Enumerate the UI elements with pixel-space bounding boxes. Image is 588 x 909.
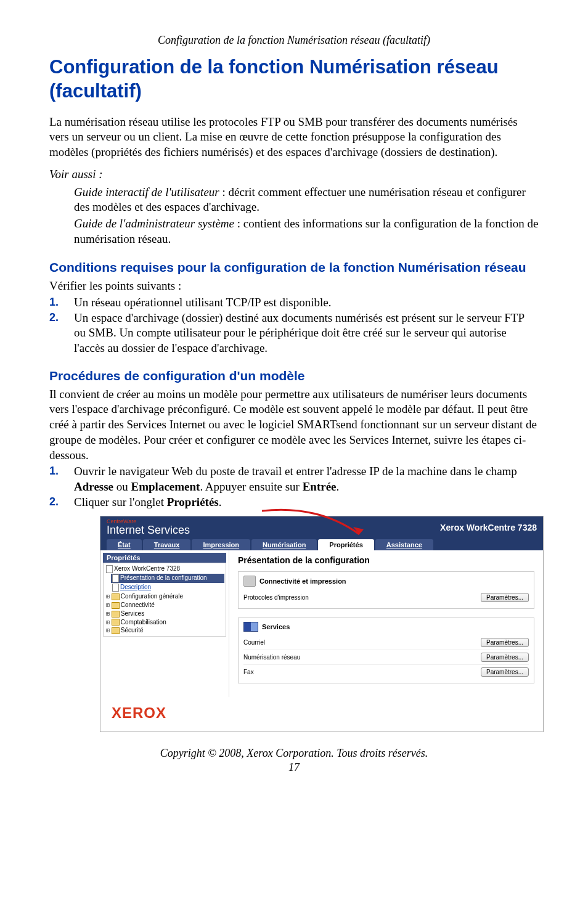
- expand-icon[interactable]: ⊞: [106, 627, 110, 634]
- tab-proprietes[interactable]: Propriétés: [318, 539, 374, 550]
- tree-item-comptabilisation[interactable]: ⊞ Comptabilisation: [105, 618, 224, 627]
- row-label: Protocoles d'impression: [243, 594, 309, 601]
- see-also-1-title: Guide interactif de l'utilisateur: [74, 185, 219, 198]
- tree-item-description[interactable]: Description: [111, 583, 224, 592]
- page-icon: [106, 565, 113, 573]
- box-connectivite: Connectivité et impression Protocoles d'…: [238, 571, 534, 609]
- folder-icon: [112, 602, 120, 609]
- screenshot: Xerox WorkCentre 7328 CentreWare Interne…: [100, 516, 544, 732]
- list-number: 1.: [49, 295, 59, 309]
- section2-title: Procédures de configuration d'un modèle: [49, 369, 539, 383]
- section1-item-1: 1. Un réseau opérationnel utilisant TCP/…: [49, 295, 539, 311]
- expand-icon[interactable]: ⊞: [106, 593, 110, 600]
- row-fax: Fax Paramètres...: [243, 665, 529, 679]
- tab-etat[interactable]: État: [107, 539, 142, 550]
- section1-title: Conditions requises pour la configuratio…: [49, 260, 539, 275]
- running-header: Configuration de la fonction Numérisatio…: [49, 34, 539, 47]
- box2-title: Services: [262, 623, 290, 630]
- row-courriel: Courriel Paramètres...: [243, 635, 529, 650]
- copyright: Copyright © 2008, Xerox Corporation. Tou…: [49, 747, 539, 760]
- section2-item-2: 2. Cliquer sur l'onglet Propriétés.: [49, 495, 539, 510]
- tree-item-services[interactable]: ⊞ Services: [105, 609, 224, 618]
- page-icon: [112, 584, 119, 592]
- section1-item-1-text: Un réseau opérationnel utilisant TCP/IP …: [74, 296, 331, 309]
- expand-icon[interactable]: ⊞: [106, 619, 110, 626]
- tree-root[interactable]: Xerox WorkCentre 7328: [105, 565, 224, 574]
- page-title: Configuration de la fonction Numérisatio…: [49, 55, 539, 104]
- box1-title: Connectivité et impression: [259, 577, 346, 585]
- parametres-button[interactable]: Paramètres...: [481, 638, 529, 647]
- xerox-logo: XEROX: [100, 697, 543, 732]
- folder-icon: [112, 627, 120, 634]
- tree-item-presentation[interactable]: Présentation de la configuration: [111, 574, 224, 583]
- model-label: Xerox WorkCentre 7328: [440, 523, 537, 532]
- expand-icon[interactable]: ⊞: [106, 601, 110, 608]
- section1-list: 1. Un réseau opérationnel utilisant TCP/…: [49, 295, 539, 356]
- printer-icon: [243, 576, 256, 587]
- see-also-block: Guide interactif de l'utilisateur : décr…: [74, 185, 539, 247]
- content-area: Présentation de la configuration Connect…: [229, 550, 543, 697]
- brand-big: Internet Services: [107, 524, 190, 536]
- page-number: 17: [49, 761, 539, 774]
- intro-paragraph: La numérisation réseau utilise les proto…: [49, 115, 539, 160]
- tab-assistance[interactable]: Assistance: [375, 539, 433, 550]
- list-number: 2.: [49, 495, 59, 509]
- list-number: 1.: [49, 464, 59, 478]
- row-numerisation: Numérisation réseau Paramètres...: [243, 650, 529, 665]
- section2-item-1: 1. Ouvrir le navigateur Web du poste de …: [49, 464, 539, 494]
- sidebar-title: Propriétés: [103, 553, 226, 563]
- section1-lead: Vérifier les points suivants :: [49, 279, 539, 294]
- sidebar: Propriétés Xerox WorkCentre 7328 Présent…: [100, 550, 229, 697]
- section2-item-2-text: Cliquer sur l'onglet Propriétés.: [74, 495, 221, 508]
- tab-impression[interactable]: Impression: [192, 539, 250, 550]
- folder-icon: [112, 619, 120, 626]
- list-number: 2.: [49, 311, 59, 325]
- section1-item-2: 2. Un espace d'archivage (dossier) desti…: [49, 311, 539, 356]
- folder-icon: [112, 593, 120, 600]
- section2-item-1-text: Ouvrir le navigateur Web du poste de tra…: [74, 465, 517, 493]
- parametres-button[interactable]: Paramètres...: [481, 667, 529, 677]
- titlebar: Xerox WorkCentre 7328 CentreWare Interne…: [100, 516, 543, 539]
- folder-icon: [112, 611, 120, 618]
- row-label: Courriel: [243, 639, 265, 646]
- tree-item-securite[interactable]: ⊞ Sécurité: [105, 626, 224, 635]
- services-icon: [243, 622, 258, 632]
- section1-item-2-text: Un espace d'archivage (dossier) destiné …: [74, 311, 524, 354]
- section2-body: Il convient de créer au moins un modèle …: [49, 387, 539, 463]
- box-services: Services Courriel Paramètres... Numérisa…: [238, 618, 534, 683]
- content-title: Présentation de la configuration: [238, 555, 534, 565]
- tree: Xerox WorkCentre 7328 Présentation de la…: [103, 563, 226, 637]
- tab-numerisation[interactable]: Numérisation: [251, 539, 317, 550]
- see-also-2-title: Guide de l'administrateur système: [74, 217, 234, 230]
- tree-item-config-generale[interactable]: ⊞ Configuration générale: [105, 592, 224, 601]
- parametres-button[interactable]: Paramètres...: [481, 653, 529, 662]
- row-protocoles: Protocoles d'impression Paramètres...: [243, 590, 529, 605]
- app-window: Xerox WorkCentre 7328 CentreWare Interne…: [100, 516, 544, 732]
- tabbar: État Travaux Impression Numérisation Pro…: [100, 539, 543, 550]
- page-icon: [112, 574, 119, 582]
- tree-item-connectivite[interactable]: ⊞ Connectivité: [105, 601, 224, 609]
- parametres-button[interactable]: Paramètres...: [481, 593, 529, 602]
- section2-list: 1. Ouvrir le navigateur Web du poste de …: [49, 464, 539, 510]
- row-label: Numérisation réseau: [243, 654, 300, 661]
- tab-travaux[interactable]: Travaux: [143, 539, 191, 550]
- row-label: Fax: [243, 669, 254, 675]
- expand-icon[interactable]: ⊞: [106, 610, 110, 617]
- see-also-label: Voir aussi :: [49, 168, 539, 181]
